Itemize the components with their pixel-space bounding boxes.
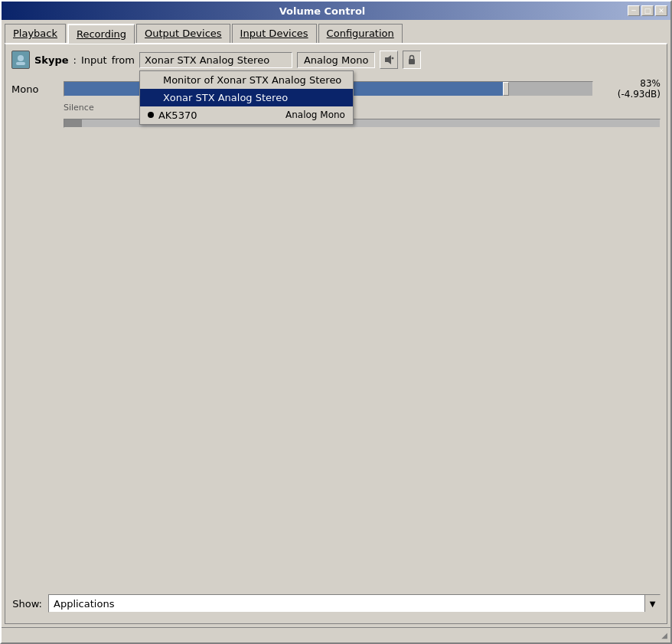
maximize-button[interactable]: □ [641, 5, 654, 16]
app-name: Skype [34, 54, 69, 66]
mute-icon [383, 54, 394, 65]
svg-rect-2 [16, 62, 25, 65]
close-button[interactable]: ✕ [655, 5, 667, 16]
tab-output-devices[interactable]: Output Devices [136, 24, 230, 44]
show-row: Show: Applications ▼ [5, 590, 667, 617]
dropdown-item-xonar[interactable]: Xonar STX Analog Stereo [140, 89, 353, 106]
svg-point-1 [18, 55, 24, 61]
source-button[interactable]: Xonar STX Analog Stereo [139, 52, 292, 68]
slider-knob[interactable] [503, 82, 509, 96]
window-title: Volume Control [17, 5, 628, 17]
titlebar: Volume Control ─ □ ✕ [2, 2, 670, 20]
source-dropdown[interactable]: Xonar STX Analog Stereo Monitor of Xonar… [139, 52, 292, 68]
radio-dot-icon [148, 112, 154, 118]
content-area: Skype : Input from Xonar STX Analog Ster… [5, 43, 667, 624]
lock-button[interactable] [403, 51, 421, 69]
channel-label: Analog Mono [297, 52, 375, 68]
dropdown-item-monitor[interactable]: Monitor of Xonar STX Analog Stereo [140, 71, 353, 89]
svg-rect-6 [409, 59, 415, 64]
app-type-label: Input [81, 54, 107, 66]
titlebar-buttons: ─ □ ✕ [628, 5, 667, 16]
show-select-text: Applications [49, 597, 644, 611]
mute-button[interactable] [380, 51, 398, 69]
source-dropdown-menu: Monitor of Xonar STX Analog Stereo Xonar… [139, 70, 354, 125]
show-select-container: Applications ▼ [48, 594, 661, 613]
statusbar: ◢ [2, 627, 670, 642]
tab-recording[interactable]: Recording [67, 24, 135, 44]
lock-icon [406, 54, 417, 65]
app-separator: : [73, 54, 77, 66]
channel-name: Mono [11, 83, 57, 95]
dropdown-item-ak5370[interactable]: AK5370 Analog Mono [140, 106, 353, 124]
resize-grip-icon: ◢ [661, 631, 667, 639]
main-window: Volume Control ─ □ ✕ Playback Recording … [0, 0, 672, 644]
volume-value: 83% (-4.93dB) [599, 78, 661, 100]
show-select-arrow[interactable]: ▼ [644, 595, 660, 612]
tab-input-devices[interactable]: Input Devices [232, 24, 317, 44]
app-row: Skype : Input from Xonar STX Analog Ster… [11, 51, 661, 69]
source-selected-text: Xonar STX Analog Stereo [145, 54, 269, 66]
tab-playback[interactable]: Playback [5, 24, 66, 44]
app-from-label: from [112, 54, 135, 66]
app-icon [11, 51, 30, 69]
tab-bar: Playback Recording Output Devices Input … [2, 20, 670, 43]
minimize-button[interactable]: ─ [628, 5, 640, 16]
show-label: Show: [11, 598, 42, 610]
tab-configuration[interactable]: Configuration [318, 24, 403, 44]
svg-marker-3 [385, 55, 391, 64]
